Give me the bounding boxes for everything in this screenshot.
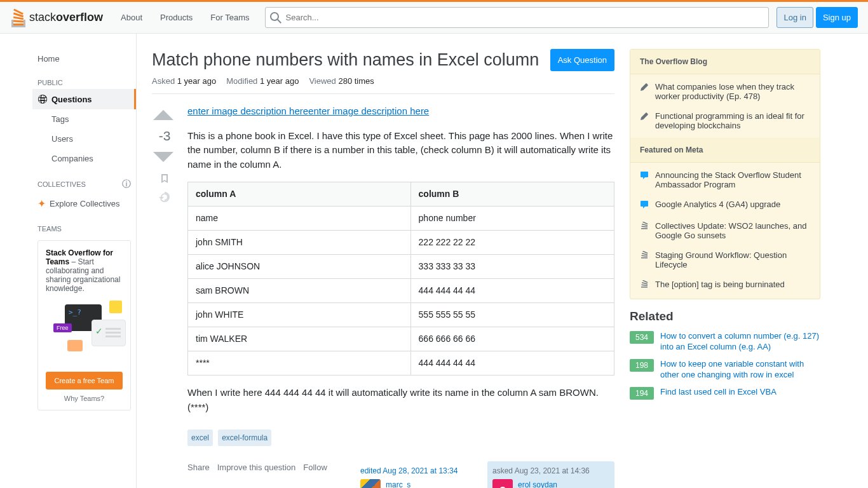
related-score: 534	[630, 331, 654, 344]
logo[interactable]: stackoverflow	[10, 8, 103, 27]
nav-tags[interactable]: Tags	[32, 109, 136, 129]
related-score: 194	[630, 387, 654, 400]
pencil-icon	[640, 112, 650, 123]
main-content: Match phone numbers with names in Excel …	[152, 49, 614, 488]
pencil-icon	[640, 83, 650, 93]
why-teams-link[interactable]: Why Teams?	[46, 395, 123, 402]
svg-rect-5	[641, 255, 648, 257]
table-row: ****444 444 44 44	[188, 351, 614, 376]
svg-rect-0	[641, 228, 648, 229]
table-row: sam BROWN444 444 44 44	[188, 279, 614, 303]
search-input[interactable]	[265, 7, 770, 28]
editor-card: edited Aug 28, 2021 at 13:34 marc_s	[355, 461, 482, 488]
table-row: tim WALKER666 666 66 66	[188, 327, 614, 351]
nav-products[interactable]: Products	[153, 9, 200, 26]
question-meta: Asked 1 year ago Modified 1 year ago Vie…	[152, 76, 614, 94]
post-body: enter image description hereenter image …	[187, 104, 614, 488]
tags: excel excel-formula	[187, 430, 614, 446]
nav-companies[interactable]: Companies	[32, 149, 136, 168]
signup-button[interactable]: Sign up	[816, 7, 858, 28]
blog-item[interactable]: What companies lose when they track work…	[630, 77, 820, 106]
table-row: john SMITH222 222 22 22	[188, 231, 614, 255]
table-row: namephone number	[188, 207, 614, 231]
owner-card: asked Aug 23, 2021 at 14:36 e erol soyda…	[487, 461, 614, 488]
star-icon: ✦	[37, 198, 46, 210]
meta-item[interactable]: Google Analytics 4 (GA4) upgrade	[630, 194, 820, 216]
paragraph: When I write here 444 444 44 44 it will …	[187, 386, 614, 414]
table-header: column B	[410, 182, 614, 207]
related-link[interactable]: How to convert a column number (e.g. 127…	[660, 331, 820, 353]
meta-item[interactable]: The [option] tag is being burninated	[630, 274, 820, 296]
user-link[interactable]: erol soydan	[518, 479, 557, 488]
right-sidebar: The Overflow Blog What companies lose wh…	[630, 49, 820, 488]
related-score: 198	[630, 359, 654, 372]
create-team-button[interactable]: Create a free Team	[46, 372, 123, 390]
downvote-button[interactable]	[152, 145, 177, 168]
related-link[interactable]: How to keep one variable constant with o…	[660, 359, 820, 381]
left-sidebar: Home PUBLIC Questions Tags Users Compani…	[32, 34, 137, 488]
avatar[interactable]	[360, 479, 381, 488]
nav-questions[interactable]: Questions	[32, 89, 136, 109]
featured-meta-title: Featured on Meta	[630, 138, 820, 163]
speech-bubble-icon	[640, 200, 650, 211]
info-icon[interactable]: ⓘ	[122, 179, 131, 190]
image-link-1[interactable]: enter image description here	[187, 105, 308, 116]
globe-icon	[37, 94, 48, 104]
teams-illustration: Free ✓	[46, 301, 123, 364]
history-icon[interactable]	[152, 191, 177, 205]
related-link[interactable]: Find last used cell in Excel VBA	[660, 387, 776, 398]
upvote-button[interactable]	[152, 104, 177, 127]
tag-excel-formula[interactable]: excel-formula	[218, 430, 271, 446]
user-link[interactable]: marc_s	[386, 479, 410, 488]
nav-about[interactable]: About	[113, 9, 150, 26]
sidebar-widget: The Overflow Blog What companies lose wh…	[630, 49, 820, 299]
meta-item[interactable]: Announcing the Stack Overflow Student Am…	[630, 165, 820, 194]
svg-rect-4	[641, 257, 648, 259]
improve-link[interactable]: Improve this question	[217, 461, 296, 474]
stack-icon	[640, 280, 650, 291]
bookmark-icon[interactable]	[152, 173, 177, 186]
nav-explore-collectives[interactable]: ✦ Explore Collectives	[32, 193, 136, 215]
tag-excel[interactable]: excel	[187, 430, 213, 446]
meta-item[interactable]: Collectives Update: WSO2 launches, and G…	[630, 216, 820, 245]
nav-for-teams[interactable]: For Teams	[203, 9, 257, 26]
edited-time[interactable]: edited Aug 28, 2021 at 13:34	[360, 465, 477, 477]
search-icon	[270, 12, 281, 25]
related-item: 534How to convert a column number (e.g. …	[630, 331, 820, 353]
table-row: john WHITE555 555 55 55	[188, 303, 614, 327]
stack-icon	[640, 251, 650, 262]
nav-users[interactable]: Users	[32, 129, 136, 149]
nav-home[interactable]: Home	[32, 49, 136, 69]
image-link-2[interactable]: enter image description here	[308, 105, 429, 116]
question-title: Match phone numbers with names in Excel …	[152, 49, 539, 71]
data-table: column A column B namephone numberjohn S…	[187, 182, 614, 376]
stack-icon	[640, 222, 650, 233]
speech-bubble-icon	[640, 171, 650, 182]
meta-item[interactable]: Staging Ground Workflow: Question Lifecy…	[630, 245, 820, 274]
related-title: Related	[630, 309, 820, 323]
follow-link[interactable]: Follow	[303, 461, 327, 474]
related-item: 198How to keep one variable constant wit…	[630, 359, 820, 381]
related-item: 194Find last used cell in Excel VBA	[630, 387, 820, 400]
asked-time: asked Aug 23, 2021 at 14:36	[492, 465, 609, 477]
ask-question-button[interactable]: Ask Question	[550, 49, 614, 71]
paragraph: This is a phone book in Excel. I have th…	[187, 129, 614, 172]
blog-item[interactable]: Functional programming is an ideal fit f…	[630, 106, 820, 135]
vote-cell: -3	[152, 104, 177, 488]
nav-section-collectives: COLLECTIVES	[37, 180, 86, 188]
search-container	[265, 7, 770, 28]
login-button[interactable]: Log in	[776, 7, 813, 28]
nav-section-teams: TEAMS	[32, 215, 136, 235]
logo-text: stackoverflow	[29, 11, 103, 24]
nav-section-public: PUBLIC	[32, 69, 136, 89]
table-row: alice JOHNSON333 333 33 33	[188, 255, 614, 279]
share-link[interactable]: Share	[187, 461, 210, 474]
topbar: stackoverflow About Products For Teams L…	[0, 2, 868, 34]
svg-rect-8	[641, 287, 648, 288]
svg-rect-1	[641, 226, 648, 227]
top-nav: About Products For Teams	[113, 9, 257, 26]
table-header: column A	[188, 182, 411, 207]
overflow-blog-title: The Overflow Blog	[630, 50, 820, 74]
avatar[interactable]: e	[492, 479, 513, 488]
stackoverflow-logo-icon	[10, 8, 27, 27]
